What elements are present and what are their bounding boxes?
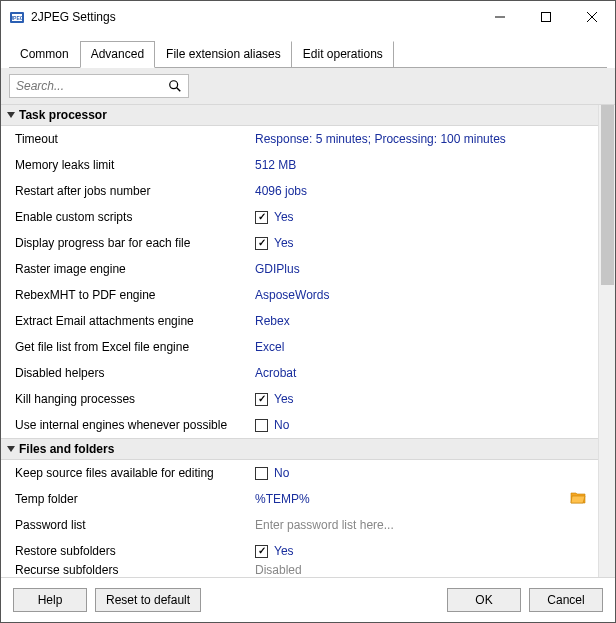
checkbox[interactable] xyxy=(255,545,268,558)
tab-edit-operations[interactable]: Edit operations xyxy=(292,41,394,68)
row-rebexmht-engine[interactable]: RebexMHT to PDF engine AsposeWords xyxy=(1,282,598,308)
row-disabled-helpers[interactable]: Disabled helpers Acrobat xyxy=(1,360,598,386)
cancel-button[interactable]: Cancel xyxy=(529,588,603,612)
row-memory-leaks-limit[interactable]: Memory leaks limit 512 MB xyxy=(1,152,598,178)
setting-value[interactable]: GDIPlus xyxy=(255,262,592,276)
setting-value[interactable]: Yes xyxy=(255,236,592,250)
section-title: Files and folders xyxy=(19,442,114,456)
svg-text:JPEG: JPEG xyxy=(10,15,23,21)
row-restore-subfolders[interactable]: Restore subfolders Yes xyxy=(1,538,598,564)
tabs-container: Common Advanced File extension aliases E… xyxy=(1,32,615,68)
row-keep-source-files[interactable]: Keep source files available for editing … xyxy=(1,460,598,486)
titlebar: JPEG 2JPEG Settings xyxy=(1,1,615,32)
setting-value[interactable]: No xyxy=(255,466,592,480)
app-icon: JPEG xyxy=(9,9,25,25)
close-button[interactable] xyxy=(569,2,615,32)
setting-value[interactable]: 512 MB xyxy=(255,158,592,172)
row-display-progress-bar[interactable]: Display progress bar for each file Yes xyxy=(1,230,598,256)
setting-value[interactable]: Excel xyxy=(255,340,592,354)
setting-label: Kill hanging processes xyxy=(15,392,255,406)
tab-advanced[interactable]: Advanced xyxy=(80,41,155,68)
setting-value[interactable]: Response: 5 minutes; Processing: 100 min… xyxy=(255,132,592,146)
collapse-icon xyxy=(7,112,15,118)
row-raster-image-engine[interactable]: Raster image engine GDIPlus xyxy=(1,256,598,282)
setting-label: Memory leaks limit xyxy=(15,158,255,172)
setting-label: Disabled helpers xyxy=(15,366,255,380)
row-timeout[interactable]: Timeout Response: 5 minutes; Processing:… xyxy=(1,126,598,152)
window-title: 2JPEG Settings xyxy=(31,10,477,24)
setting-label: Extract Email attachments engine xyxy=(15,314,255,328)
setting-label: Timeout xyxy=(15,132,255,146)
row-use-internal-engines[interactable]: Use internal engines whenever possible N… xyxy=(1,412,598,438)
checkbox[interactable] xyxy=(255,237,268,250)
checkbox[interactable] xyxy=(255,467,268,480)
collapse-icon xyxy=(7,446,15,452)
setting-label: Enable custom scripts xyxy=(15,210,255,224)
tab-file-extension-aliases[interactable]: File extension aliases xyxy=(155,41,292,68)
row-recurse-subfolders[interactable]: Recurse subfolders Disabled xyxy=(1,564,598,577)
setting-label: Display progress bar for each file xyxy=(15,236,255,250)
window-controls xyxy=(477,2,615,32)
setting-label: Keep source files available for editing xyxy=(15,466,255,480)
svg-point-7 xyxy=(170,81,178,89)
setting-value[interactable]: Rebex xyxy=(255,314,592,328)
setting-label: Restore subfolders xyxy=(15,544,255,558)
setting-label: Raster image engine xyxy=(15,262,255,276)
svg-rect-4 xyxy=(542,12,551,21)
browse-folder-icon[interactable] xyxy=(570,491,586,507)
svg-line-8 xyxy=(177,88,181,92)
vertical-scrollbar[interactable] xyxy=(598,105,615,577)
tabs: Common Advanced File extension aliases E… xyxy=(9,40,607,68)
setting-label: Password list xyxy=(15,518,255,532)
setting-label: RebexMHT to PDF engine xyxy=(15,288,255,302)
setting-label: Recurse subfolders xyxy=(15,564,255,577)
setting-label: Get file list from Excel file engine xyxy=(15,340,255,354)
section-files-and-folders[interactable]: Files and folders xyxy=(1,438,598,460)
setting-value[interactable]: Yes xyxy=(255,392,592,406)
row-excel-file-list[interactable]: Get file list from Excel file engine Exc… xyxy=(1,334,598,360)
setting-label: Temp folder xyxy=(15,492,255,506)
setting-label: Restart after jobs number xyxy=(15,184,255,198)
setting-value[interactable]: Acrobat xyxy=(255,366,592,380)
checkbox[interactable] xyxy=(255,419,268,432)
row-enable-custom-scripts[interactable]: Enable custom scripts Yes xyxy=(1,204,598,230)
reset-to-default-button[interactable]: Reset to default xyxy=(95,588,201,612)
scrollbar-thumb[interactable] xyxy=(601,105,614,285)
row-temp-folder[interactable]: Temp folder %TEMP% xyxy=(1,486,598,512)
search-box[interactable] xyxy=(9,74,189,98)
setting-value[interactable]: No xyxy=(255,418,592,432)
footer: Help Reset to default OK Cancel xyxy=(1,577,615,622)
checkbox[interactable] xyxy=(255,393,268,406)
search-area xyxy=(1,68,615,104)
setting-value[interactable]: Enter password list here... xyxy=(255,518,592,532)
setting-value[interactable]: %TEMP% xyxy=(255,491,592,507)
maximize-button[interactable] xyxy=(523,2,569,32)
setting-value[interactable]: AsposeWords xyxy=(255,288,592,302)
setting-value[interactable]: Disabled xyxy=(255,564,592,577)
search-input[interactable] xyxy=(16,79,168,93)
setting-value[interactable]: Yes xyxy=(255,210,592,224)
setting-value[interactable]: Yes xyxy=(255,544,592,558)
content-area: Task processor Timeout Response: 5 minut… xyxy=(1,104,615,577)
row-password-list[interactable]: Password list Enter password list here..… xyxy=(1,512,598,538)
tab-common[interactable]: Common xyxy=(9,41,80,68)
section-title: Task processor xyxy=(19,108,107,122)
row-restart-after-jobs[interactable]: Restart after jobs number 4096 jobs xyxy=(1,178,598,204)
checkbox[interactable] xyxy=(255,211,268,224)
setting-label: Use internal engines whenever possible xyxy=(15,418,255,432)
setting-value[interactable]: 4096 jobs xyxy=(255,184,592,198)
search-icon xyxy=(168,79,182,93)
settings-grid: Task processor Timeout Response: 5 minut… xyxy=(1,105,598,577)
ok-button[interactable]: OK xyxy=(447,588,521,612)
row-extract-email-attachments[interactable]: Extract Email attachments engine Rebex xyxy=(1,308,598,334)
minimize-button[interactable] xyxy=(477,2,523,32)
section-task-processor[interactable]: Task processor xyxy=(1,105,598,126)
row-kill-hanging-processes[interactable]: Kill hanging processes Yes xyxy=(1,386,598,412)
help-button[interactable]: Help xyxy=(13,588,87,612)
